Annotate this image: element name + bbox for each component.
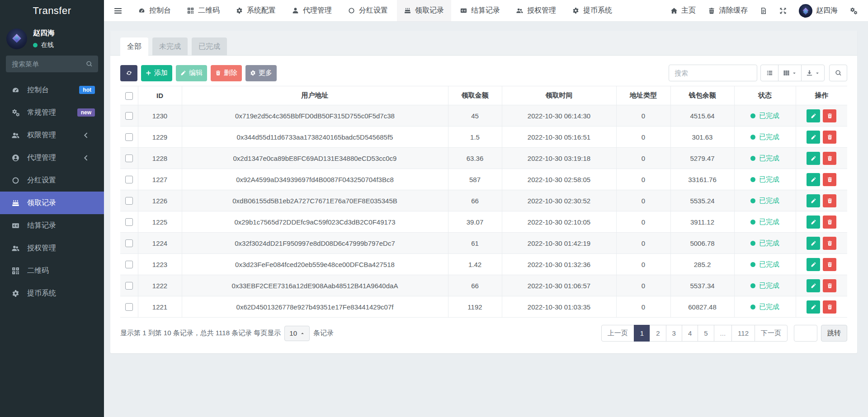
topnav-item-withdrawal[interactable]: 提币系统 (565, 0, 619, 21)
row-select-cell (120, 296, 138, 318)
add-button[interactable]: 添加 (141, 65, 172, 81)
topnav-item-system-config[interactable]: 系统配置 (229, 0, 283, 21)
file-refresh-icon (760, 7, 767, 14)
home-link[interactable]: 主页 (670, 6, 696, 15)
user-menu[interactable]: 赵四海 (799, 4, 838, 18)
sidebar-item-settlement-records[interactable]: 结算记录 (0, 214, 104, 237)
row-checkbox[interactable] (125, 176, 133, 183)
page-button-112[interactable]: 112 (731, 325, 755, 342)
sidebar-item-dividend[interactable]: 分红设置 (0, 169, 104, 192)
jump-page-input[interactable] (794, 325, 817, 342)
detail-view-button[interactable] (760, 65, 778, 81)
edit-button[interactable]: 编辑 (176, 65, 207, 81)
edit-row-button[interactable] (807, 131, 820, 144)
edit-row-button[interactable] (807, 258, 820, 271)
edit-row-button[interactable] (807, 173, 820, 186)
page-prev-button[interactable]: 上一页 (601, 325, 634, 342)
edit-row-button[interactable] (807, 216, 820, 229)
row-address-type: 0 (616, 127, 670, 148)
row-checkbox[interactable] (125, 197, 133, 205)
columns-dropdown-button[interactable] (778, 65, 802, 81)
page-size-select[interactable]: 10 (284, 326, 310, 341)
page-button-4[interactable]: 4 (682, 325, 698, 342)
more-button[interactable]: 更多 (245, 65, 277, 81)
sidebar-item-general[interactable]: 常规管理new (0, 101, 104, 124)
page-next-button[interactable]: 下一页 (755, 325, 788, 342)
delete-row-button[interactable] (823, 258, 836, 271)
edit-row-button[interactable] (807, 237, 820, 250)
cc-icon (12, 222, 22, 230)
row-checkbox[interactable] (125, 218, 133, 226)
sidebar-item-permissions[interactable]: 权限管理 (0, 124, 104, 146)
table-search-input[interactable] (669, 65, 757, 81)
trash-icon (827, 113, 833, 119)
refresh-page-button[interactable] (760, 7, 767, 14)
page-button-5[interactable]: 5 (698, 325, 714, 342)
topnav-item-authorization[interactable]: 授权管理 (509, 0, 563, 21)
topnav-item-agents[interactable]: 代理管理 (285, 0, 339, 21)
row-checkbox[interactable] (125, 112, 133, 120)
delete-row-button[interactable] (823, 300, 836, 314)
delete-button[interactable]: 删除 (211, 65, 242, 81)
select-all-checkbox[interactable] (125, 92, 133, 100)
delete-row-button[interactable] (823, 173, 836, 186)
delete-row-button[interactable] (823, 109, 836, 122)
edit-row-button[interactable] (807, 194, 820, 207)
delete-row-button[interactable] (823, 216, 836, 229)
topnav-item-qrcode[interactable]: 二维码 (180, 0, 227, 21)
row-checkbox[interactable] (125, 155, 133, 162)
sidebar-search-input[interactable] (6, 56, 98, 72)
sidebar-item-authorization[interactable]: 授权管理 (0, 237, 104, 259)
sidebar-item-claim-records[interactable]: 领取记录 (0, 192, 104, 214)
settings-button[interactable] (850, 7, 857, 14)
tab-incomplete[interactable]: 未完成 (152, 37, 188, 56)
row-checkbox[interactable] (125, 261, 133, 268)
tab-all[interactable]: 全部 (120, 37, 148, 56)
row-checkbox[interactable] (125, 133, 133, 141)
delete-row-button[interactable] (823, 279, 836, 292)
page-button-3[interactable]: 3 (666, 325, 682, 342)
page-button-2[interactable]: 2 (650, 325, 666, 342)
export-dropdown-button[interactable] (801, 65, 825, 81)
row-address: 0x33EBF2CEE7316a12dE908Aab48512B41A9640d… (182, 275, 448, 296)
jump-button[interactable]: 跳转 (821, 325, 847, 342)
sidebar-item-agents[interactable]: 代理管理 (0, 146, 104, 169)
topnav-item-label: 领取记录 (415, 6, 444, 15)
status-label: 已完成 (759, 197, 779, 205)
sidebar-toggle-button[interactable] (104, 0, 130, 21)
row-id: 1226 (138, 190, 182, 211)
sidebar-item-qrcode[interactable]: 二维码 (0, 259, 104, 282)
topnav-item-console[interactable]: 控制台 (131, 0, 178, 21)
fullscreen-button[interactable] (779, 7, 787, 14)
delete-row-button[interactable] (823, 194, 836, 207)
user-avatar[interactable] (6, 28, 27, 49)
topnav-item-settlement-records[interactable]: 结算记录 (453, 0, 507, 21)
filter-tabs: 全部未完成已完成 (110, 31, 857, 56)
search-button[interactable] (829, 65, 847, 81)
delete-row-button[interactable] (823, 152, 836, 165)
row-checkbox[interactable] (125, 282, 133, 290)
row-select-cell (120, 254, 138, 275)
row-checkbox[interactable] (125, 239, 133, 247)
tab-complete[interactable]: 已完成 (192, 37, 227, 56)
edit-row-button[interactable] (807, 109, 820, 122)
edit-row-button[interactable] (807, 152, 820, 165)
refresh-button[interactable] (120, 65, 137, 81)
sidebar-item-withdrawal[interactable]: 提币系统 (0, 282, 104, 305)
online-dot (33, 43, 38, 47)
row-checkbox[interactable] (125, 303, 133, 311)
search-icon (86, 61, 93, 67)
pagination-info-suffix: 条记录 (313, 329, 334, 337)
sidebar-item-console[interactable]: 控制台hot (0, 79, 104, 101)
delete-row-button[interactable] (823, 131, 836, 144)
topnav-item-claim-records[interactable]: 领取记录 (397, 0, 451, 21)
topnav-item-dividend[interactable]: 分红设置 (341, 0, 395, 21)
edit-row-button[interactable] (807, 279, 820, 292)
status-dot (750, 177, 755, 182)
clear-cache-link[interactable]: 清除缓存 (708, 6, 748, 15)
edit-label: 编辑 (189, 69, 203, 77)
edit-row-button[interactable] (807, 300, 820, 314)
column-header-5: 钱包余额 (670, 86, 734, 105)
page-button-1[interactable]: 1 (634, 325, 650, 342)
delete-row-button[interactable] (823, 237, 836, 250)
